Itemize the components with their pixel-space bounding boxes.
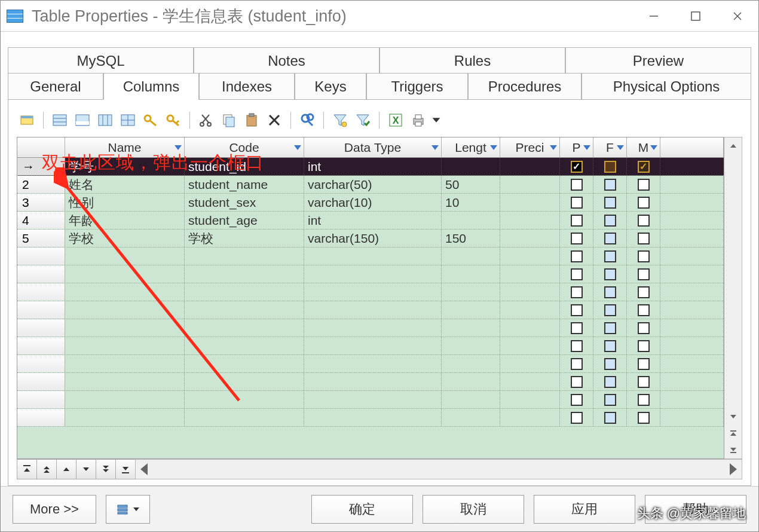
move-down-icon[interactable] xyxy=(76,459,96,479)
dropdown-icon[interactable] xyxy=(490,145,497,150)
print-icon[interactable] xyxy=(408,110,429,130)
columns-grid[interactable]: Name Code Data Type Lengt Preci P F M →学… xyxy=(17,137,724,459)
tab-general[interactable]: General xyxy=(8,73,103,99)
copy-icon[interactable] xyxy=(219,110,239,130)
cell-datatype[interactable]: int xyxy=(304,158,442,175)
cell-datatype[interactable]: varchar(50) xyxy=(304,176,442,193)
scroll-right-icon[interactable] xyxy=(725,460,742,479)
dropdown-icon[interactable] xyxy=(583,145,590,150)
checkbox-m[interactable] xyxy=(638,215,650,227)
customize-button[interactable] xyxy=(106,495,150,524)
cell-m[interactable] xyxy=(627,212,660,229)
checkbox-m[interactable] xyxy=(638,358,650,370)
checkbox-m[interactable] xyxy=(638,161,650,173)
tab-physical-options[interactable]: Physical Options xyxy=(582,73,751,99)
dropdown-icon[interactable] xyxy=(550,145,557,150)
tab-preview[interactable]: Preview xyxy=(565,47,751,74)
properties-icon[interactable] xyxy=(17,110,37,130)
header-datatype[interactable]: Data Type xyxy=(304,137,442,157)
excel-icon[interactable]: X xyxy=(385,110,406,130)
scroll-left-icon[interactable] xyxy=(136,460,152,479)
cell-p[interactable] xyxy=(560,230,593,247)
cell-precision[interactable] xyxy=(500,194,560,211)
help-button[interactable]: 帮助 xyxy=(645,495,746,524)
table-row-empty[interactable] xyxy=(17,283,724,301)
header-rownum[interactable] xyxy=(17,137,65,157)
cell-precision[interactable] xyxy=(500,212,560,229)
scroll-up-icon[interactable] xyxy=(724,137,742,154)
table-row-empty[interactable] xyxy=(17,373,724,391)
row-number[interactable] xyxy=(17,283,65,301)
row-number[interactable] xyxy=(17,355,65,372)
checkbox-m[interactable] xyxy=(638,268,650,280)
vertical-scrollbar[interactable] xyxy=(724,137,742,459)
cell-name[interactable]: 学校 xyxy=(65,230,185,247)
header-p[interactable]: P xyxy=(560,137,593,157)
filter-icon[interactable] xyxy=(330,110,350,130)
header-precision[interactable]: Preci xyxy=(500,137,560,157)
table-row-empty[interactable] xyxy=(17,247,724,265)
add-row-icon[interactable] xyxy=(72,110,93,130)
table-row[interactable]: 5学校学校varchar(150)150 xyxy=(17,230,724,247)
cell-datatype[interactable]: varchar(150) xyxy=(304,230,442,247)
horizontal-scrollbar[interactable] xyxy=(135,459,742,479)
table-row[interactable]: →学号student_idint xyxy=(17,158,724,176)
checkbox-p[interactable] xyxy=(571,304,583,316)
checkbox-p[interactable] xyxy=(571,376,583,388)
row-number[interactable]: 3 xyxy=(17,194,65,211)
checkbox-m[interactable] xyxy=(638,304,650,316)
dropdown-arrow-icon[interactable] xyxy=(431,110,442,130)
scroll-bottom-icon[interactable] xyxy=(724,442,742,458)
key-gold2-icon[interactable] xyxy=(163,110,183,130)
cell-length[interactable]: 10 xyxy=(442,194,500,211)
more-button[interactable]: More >> xyxy=(13,495,96,524)
checkbox-m[interactable] xyxy=(638,394,650,406)
checkbox-f[interactable] xyxy=(604,197,616,209)
row-number[interactable] xyxy=(17,337,65,354)
header-name[interactable]: Name xyxy=(65,137,185,157)
checkbox-f[interactable] xyxy=(604,179,616,191)
row-number[interactable]: 5 xyxy=(17,230,65,247)
paste-icon[interactable] xyxy=(241,110,262,130)
table-row[interactable]: 3性别student_sexvarchar(10)10 xyxy=(17,194,724,212)
checkbox-p[interactable] xyxy=(571,268,583,280)
checkbox-f[interactable] xyxy=(604,304,616,316)
checkbox-p[interactable] xyxy=(571,197,583,209)
checkbox-m[interactable] xyxy=(638,197,650,209)
cell-code[interactable]: student_age xyxy=(185,212,304,229)
checkbox-p[interactable] xyxy=(571,394,583,406)
checkbox-p[interactable] xyxy=(571,215,583,227)
checkbox-f[interactable] xyxy=(604,412,616,424)
key-gold-icon[interactable] xyxy=(140,110,161,130)
row-number[interactable] xyxy=(17,301,65,319)
checkbox-p[interactable] xyxy=(571,250,583,262)
cell-datatype[interactable]: int xyxy=(304,212,442,229)
cell-precision[interactable] xyxy=(500,230,560,247)
ok-button[interactable]: 确定 xyxy=(311,495,413,524)
header-m[interactable]: M xyxy=(627,137,660,157)
tab-keys[interactable]: Keys xyxy=(295,73,366,99)
table-row[interactable]: 2姓名student_namevarchar(50)50 xyxy=(17,176,724,194)
cell-f[interactable] xyxy=(593,158,627,175)
maximize-button[interactable] xyxy=(675,1,717,32)
cell-name[interactable]: 性别 xyxy=(65,194,185,211)
grid-body[interactable]: →学号student_idint2姓名student_namevarchar(5… xyxy=(17,158,724,458)
checkbox-m[interactable] xyxy=(638,179,650,191)
header-length[interactable]: Lengt xyxy=(442,137,500,157)
apply-button[interactable]: 应用 xyxy=(534,495,635,524)
checkbox-f[interactable] xyxy=(604,161,616,173)
checkbox-m[interactable] xyxy=(638,322,650,334)
dropdown-icon[interactable] xyxy=(175,145,182,150)
table-row-empty[interactable] xyxy=(17,355,724,373)
tab-triggers[interactable]: Triggers xyxy=(366,73,468,99)
checkbox-f[interactable] xyxy=(604,233,616,244)
checkbox-p[interactable] xyxy=(571,322,583,334)
cell-f[interactable] xyxy=(593,176,627,193)
cell-name[interactable]: 学号 xyxy=(65,158,185,175)
checkbox-f[interactable] xyxy=(604,322,616,334)
dropdown-icon[interactable] xyxy=(294,145,301,150)
checkbox-m[interactable] xyxy=(638,233,650,244)
row-number[interactable] xyxy=(17,373,65,390)
row-number[interactable]: 2 xyxy=(17,176,65,193)
checkbox-p[interactable] xyxy=(571,161,583,173)
